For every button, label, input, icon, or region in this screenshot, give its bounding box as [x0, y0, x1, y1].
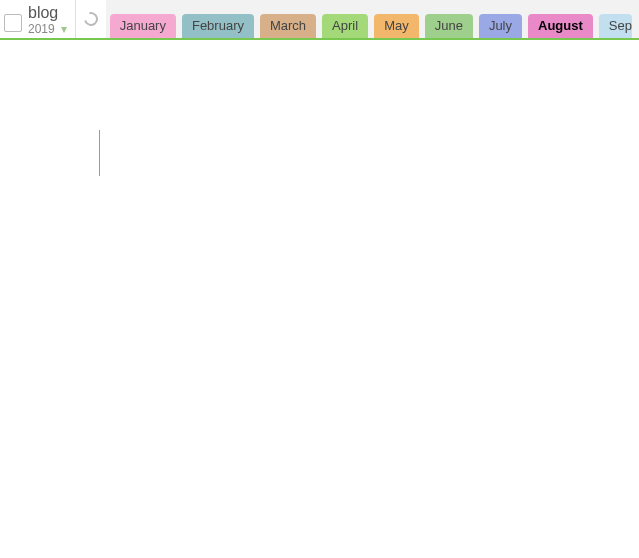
- notebook-selector[interactable]: blog 2019 ▾: [0, 0, 76, 38]
- page-content[interactable]: [0, 40, 639, 558]
- month-tabs: JanuaryFebruaryMarchAprilMayJuneJulyAugu…: [106, 0, 639, 38]
- notebook-year: 2019: [28, 22, 55, 36]
- refresh-button[interactable]: [76, 0, 106, 38]
- app-header: blog 2019 ▾ JanuaryFebruaryMarchAprilMay…: [0, 0, 639, 40]
- chevron-down-icon: ▾: [61, 22, 67, 36]
- tab-april[interactable]: April: [322, 14, 368, 38]
- notebook-icon: [4, 14, 22, 32]
- tab-march[interactable]: March: [260, 14, 316, 38]
- text-cursor: [99, 130, 100, 176]
- tab-july[interactable]: July: [479, 14, 522, 38]
- tab-january[interactable]: January: [110, 14, 176, 38]
- tab-august[interactable]: August: [528, 14, 593, 38]
- tab-may[interactable]: May: [374, 14, 419, 38]
- tab-sep[interactable]: Sep: [599, 14, 632, 38]
- tab-february[interactable]: February: [182, 14, 254, 38]
- tab-june[interactable]: June: [425, 14, 473, 38]
- refresh-icon: [81, 9, 100, 28]
- notebook-title: blog: [28, 3, 67, 22]
